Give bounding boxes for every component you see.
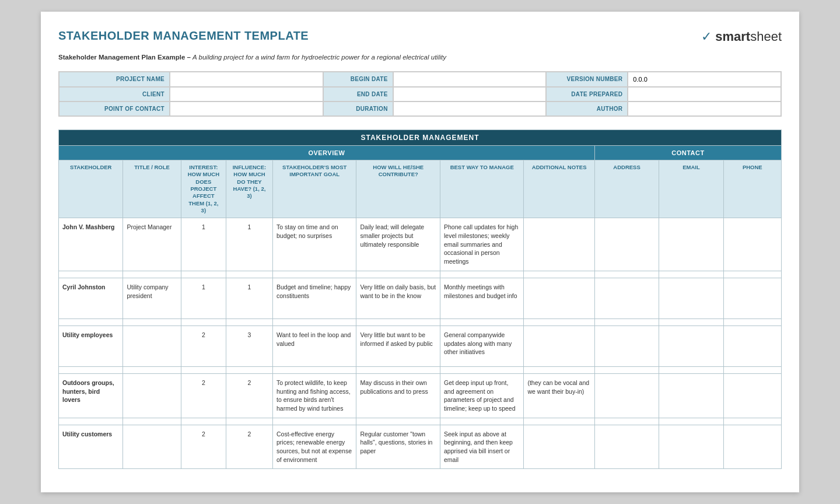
influence-val[interactable]: 1 [226, 278, 272, 318]
end-date-label: END DATE [323, 87, 393, 102]
address[interactable] [594, 218, 659, 271]
phone[interactable] [723, 278, 781, 318]
most-important-goal[interactable]: Want to feel in the loop and valued [273, 326, 356, 366]
spacer-row [59, 318, 782, 326]
how-contribute[interactable]: Regular customer "town halls", questions… [356, 425, 440, 469]
client-label: CLIENT [59, 87, 170, 102]
title-role[interactable] [123, 425, 181, 469]
date-prepared-label: DATE PREPARED [546, 87, 628, 102]
spacer-row [59, 366, 782, 373]
best-way-manage[interactable]: Monthly meetings with milestones and bud… [440, 278, 523, 318]
stakeholder-name[interactable]: John V. Mashberg [59, 218, 123, 271]
stakeholder-mgmt-header: STAKEHOLDER MANAGEMENT [59, 130, 782, 146]
col-email: EMAIL [659, 160, 723, 218]
table-row: Outdoors groups, hunters, bird lovers22T… [59, 373, 782, 418]
phone[interactable] [723, 326, 781, 366]
title-role[interactable] [123, 373, 181, 418]
col-stakeholder: STAKEHOLDER [59, 160, 123, 218]
interest-val[interactable]: 2 [181, 373, 226, 418]
overview-header: OVERVIEW [59, 146, 595, 160]
subtitle-plain: Stakeholder Management Plan Example – [58, 54, 191, 61]
duration-value[interactable] [393, 102, 547, 116]
additional-notes[interactable] [524, 425, 594, 469]
logo-text: smartsheet [715, 29, 782, 44]
how-contribute[interactable]: Daily lead; will delegate smaller projec… [356, 218, 440, 271]
interest-val[interactable]: 1 [181, 278, 226, 318]
col-phone: PHONE [723, 160, 781, 218]
title-role[interactable]: Project Manager [123, 218, 181, 271]
version-number-label: VERSION NUMBER [546, 72, 628, 87]
phone[interactable] [723, 425, 781, 469]
additional-notes[interactable] [524, 278, 594, 318]
address[interactable] [594, 278, 659, 318]
additional-notes[interactable] [524, 326, 594, 366]
table-row: Cyril JohnstonUtility company president1… [59, 278, 782, 318]
additional-notes[interactable]: (they can be vocal and we want their buy… [524, 373, 594, 418]
title-role[interactable] [123, 326, 181, 366]
influence-val[interactable]: 3 [226, 326, 272, 366]
project-info-grid: PROJECT NAME BEGIN DATE VERSION NUMBER 0… [58, 71, 782, 117]
end-date-value[interactable] [393, 87, 547, 102]
interest-val[interactable]: 1 [181, 218, 226, 271]
stakeholder-name[interactable]: Utility employees [59, 326, 123, 366]
address[interactable] [594, 425, 659, 469]
logo-smart: smart [715, 29, 750, 44]
project-name-value[interactable] [170, 72, 323, 87]
begin-date-value[interactable] [393, 72, 547, 87]
subtitle-italic: A building project for a wind farm for h… [192, 54, 446, 61]
col-interest: INTEREST: how much does project affect t… [181, 160, 226, 218]
how-contribute[interactable]: Very little but want to be informed if a… [356, 326, 440, 366]
point-of-contact-label: POINT OF CONTACT [59, 102, 170, 116]
email[interactable] [659, 373, 723, 418]
col-influence: INFLUENCE: how much do they have? (1, 2,… [226, 160, 272, 218]
page-header: STAKEHOLDER MANAGEMENT TEMPLATE ✓ smarts… [58, 29, 782, 44]
influence-val[interactable]: 2 [226, 425, 272, 469]
author-value[interactable] [628, 102, 781, 116]
best-way-manage[interactable]: Get deep input up front, and agreement o… [440, 373, 523, 418]
stakeholder-name[interactable]: Cyril Johnston [59, 278, 123, 318]
point-of-contact-value[interactable] [170, 102, 323, 116]
phone[interactable] [723, 373, 781, 418]
most-important-goal[interactable]: To protect wildlife, to keep hunting and… [273, 373, 356, 418]
email[interactable] [659, 326, 723, 366]
how-contribute[interactable]: May discuss in their own publications an… [356, 373, 440, 418]
influence-val[interactable]: 2 [226, 373, 272, 418]
col-best-way-manage: BEST WAY TO MANAGE [440, 160, 523, 218]
influence-val[interactable]: 1 [226, 218, 272, 271]
best-way-manage[interactable]: Phone call updates for high level milest… [440, 218, 523, 271]
version-number-value[interactable]: 0.0.0 [628, 72, 781, 87]
phone[interactable] [723, 218, 781, 271]
begin-date-label: BEGIN DATE [323, 72, 393, 87]
contact-header: CONTACT [594, 146, 781, 160]
page-title: STAKEHOLDER MANAGEMENT TEMPLATE [58, 29, 309, 43]
interest-val[interactable]: 2 [181, 326, 226, 366]
col-most-important-goal: STAKEHOLDER'S MOST IMPORTANT GOAL [273, 160, 356, 218]
address[interactable] [594, 373, 659, 418]
most-important-goal[interactable]: Budget and timeline; happy constituents [273, 278, 356, 318]
spacer-row [59, 271, 782, 278]
col-title-role: TITLE / ROLE [123, 160, 181, 218]
client-value[interactable] [170, 87, 323, 102]
date-prepared-value[interactable] [628, 87, 781, 102]
email[interactable] [659, 218, 723, 271]
spacer-row [59, 418, 782, 425]
email[interactable] [659, 278, 723, 318]
stakeholder-table: STAKEHOLDER MANAGEMENT OVERVIEW CONTACT … [58, 130, 782, 469]
email[interactable] [659, 425, 723, 469]
how-contribute[interactable]: Very little on daily basis, but want to … [356, 278, 440, 318]
address[interactable] [594, 326, 659, 366]
best-way-manage[interactable]: Seek input as above at beginning, and th… [440, 425, 523, 469]
author-label: AUTHOR [546, 102, 628, 116]
col-address: ADDRESS [594, 160, 659, 218]
stakeholder-name[interactable]: Outdoors groups, hunters, bird lovers [59, 373, 123, 418]
title-role[interactable]: Utility company president [123, 278, 181, 318]
col-additional-notes: ADDITIONAL NOTES [524, 160, 594, 218]
most-important-goal[interactable]: To stay on time and on budget; no surpri… [273, 218, 356, 271]
best-way-manage[interactable]: General companywide updates along with m… [440, 326, 523, 366]
most-important-goal[interactable]: Cost-effective energy prices; renewable … [273, 425, 356, 469]
additional-notes[interactable] [524, 218, 594, 271]
table-row: Utility customers22Cost-effective energy… [59, 425, 782, 469]
stakeholder-name[interactable]: Utility customers [59, 425, 123, 469]
table-row: Utility employees23Want to feel in the l… [59, 326, 782, 366]
interest-val[interactable]: 2 [181, 425, 226, 469]
